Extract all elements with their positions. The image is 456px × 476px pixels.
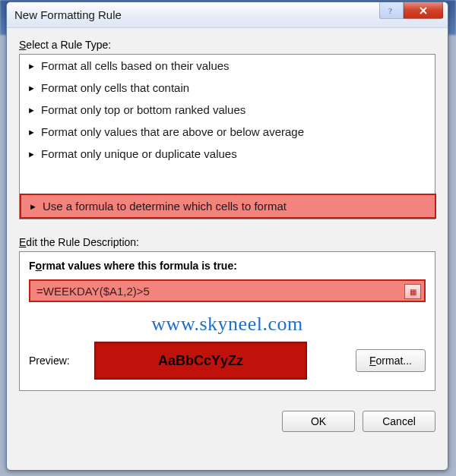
preview-label: Preview: bbox=[29, 355, 84, 367]
rule-type-text: Use a formula to determine which cells t… bbox=[43, 200, 287, 213]
rule-type-text: Format only unique or duplicate values bbox=[41, 147, 237, 160]
rule-type-item[interactable]: ► Format only values that are above or b… bbox=[20, 121, 435, 143]
bullet-arrow-icon: ► bbox=[27, 84, 36, 93]
rule-type-item[interactable]: ► Format only top or bottom ranked value… bbox=[20, 99, 435, 121]
window-controls: ? bbox=[379, 2, 448, 20]
close-icon bbox=[418, 5, 429, 16]
rule-type-text: Format all cells based on their values bbox=[41, 59, 230, 72]
rule-type-text: Format only top or bottom ranked values bbox=[41, 103, 245, 116]
window-title: New Formatting Rule bbox=[14, 8, 122, 21]
watermark-text: www.skyneel.com bbox=[29, 313, 426, 336]
cancel-button[interactable]: Cancel bbox=[363, 411, 435, 432]
rule-type-text: Format only values that are above or bel… bbox=[41, 125, 304, 138]
dialog-body: Select a Rule Type: ► Format all cells b… bbox=[7, 28, 448, 400]
rule-type-item[interactable]: ► Format only cells that contain bbox=[20, 77, 435, 99]
rule-type-list[interactable]: ► Format all cells based on their values… bbox=[19, 54, 435, 219]
bullet-arrow-icon: ► bbox=[27, 150, 36, 159]
collapse-dialog-button[interactable]: ▦ bbox=[404, 284, 421, 299]
edit-description-label: Edit the Rule Description: bbox=[19, 236, 435, 248]
titlebar[interactable]: New Formatting Rule ? bbox=[7, 2, 448, 28]
ok-button[interactable]: OK bbox=[282, 411, 355, 432]
bullet-arrow-icon: ► bbox=[27, 61, 36, 71]
preview-sample: AaBbCcYyZz bbox=[94, 342, 307, 380]
rule-type-item-selected[interactable]: ► Use a formula to determine which cells… bbox=[20, 194, 436, 219]
svg-text:?: ? bbox=[388, 6, 392, 15]
preview-row: Preview: AaBbCcYyZz Format... bbox=[29, 342, 426, 380]
rule-type-item[interactable]: ► Format only unique or duplicate values bbox=[20, 143, 435, 165]
rule-type-text: Format only cells that contain bbox=[41, 81, 189, 94]
formula-input[interactable]: =WEEKDAY($A1,2)>5 ▦ bbox=[29, 279, 426, 302]
formula-heading: Format values where this formula is true… bbox=[29, 260, 426, 272]
bullet-arrow-icon: ► bbox=[29, 202, 38, 211]
dialog-footer: OK Cancel bbox=[7, 400, 448, 440]
select-rule-type-label: Select a Rule Type: bbox=[19, 39, 435, 51]
bullet-arrow-icon: ► bbox=[27, 106, 36, 115]
help-icon: ? bbox=[387, 6, 396, 15]
rule-type-item[interactable]: ► Format all cells based on their values bbox=[20, 55, 435, 77]
bullet-arrow-icon: ► bbox=[27, 128, 36, 137]
close-button[interactable] bbox=[404, 2, 443, 19]
formula-text: =WEEKDAY($A1,2)>5 bbox=[36, 285, 150, 298]
dialog-window: New Formatting Rule ? Select a Rule Type… bbox=[6, 2, 448, 471]
help-button[interactable]: ? bbox=[379, 2, 404, 19]
range-picker-icon: ▦ bbox=[410, 288, 416, 296]
format-button[interactable]: Format... bbox=[356, 349, 426, 372]
rule-description-box: Format values where this formula is true… bbox=[19, 251, 435, 391]
